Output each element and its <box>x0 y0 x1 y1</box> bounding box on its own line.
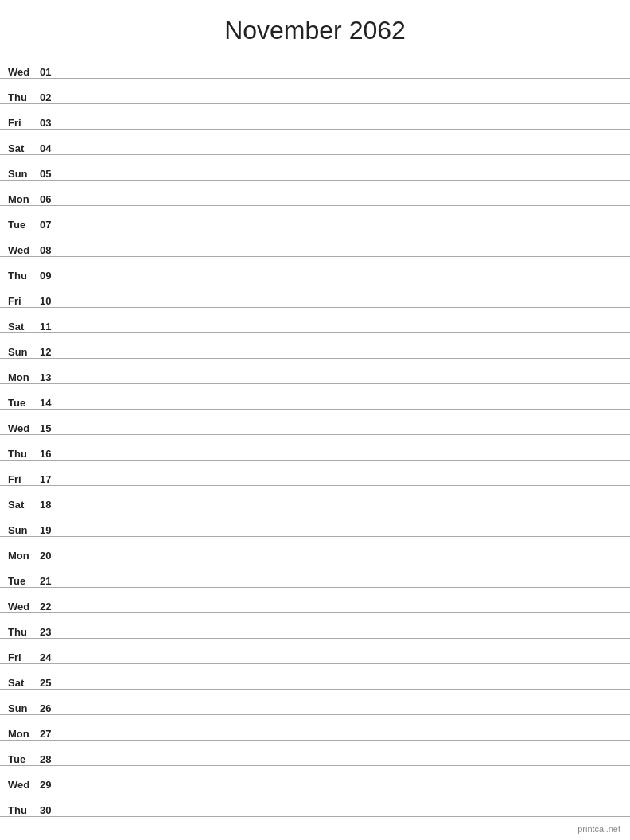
day-name: Mon <box>8 193 40 205</box>
day-row: Tue07 <box>0 206 630 231</box>
day-number: 03 <box>40 117 64 129</box>
day-number: 17 <box>40 473 64 485</box>
day-row: Mon20 <box>0 537 630 562</box>
day-line <box>64 510 622 511</box>
day-name: Wed <box>8 422 40 434</box>
day-row: Wed08 <box>0 231 630 257</box>
day-number: 20 <box>40 550 64 562</box>
day-line <box>64 688 622 689</box>
day-line <box>64 179 622 180</box>
day-name: Thu <box>8 270 40 282</box>
day-line <box>64 383 622 383</box>
day-number: 14 <box>40 397 64 409</box>
day-line <box>64 281 622 282</box>
day-line <box>64 739 622 740</box>
day-number: 27 <box>40 728 64 740</box>
day-row: Sun19 <box>0 511 630 537</box>
day-line <box>64 332 622 332</box>
day-line <box>64 459 622 460</box>
day-name: Sat <box>8 499 40 511</box>
day-row: Sat25 <box>0 664 630 690</box>
day-line <box>64 230 622 231</box>
day-number: 23 <box>40 626 64 638</box>
day-line <box>64 204 622 205</box>
day-name: Thu <box>8 91 40 103</box>
day-number: 02 <box>40 91 64 103</box>
day-line <box>64 586 622 587</box>
day-row: Sat11 <box>0 308 630 333</box>
day-line <box>64 408 622 409</box>
day-number: 28 <box>40 753 64 765</box>
day-line <box>64 306 622 307</box>
day-line <box>64 103 622 103</box>
day-line <box>64 77 622 78</box>
day-name: Thu <box>8 804 40 816</box>
day-name: Sat <box>8 142 40 154</box>
day-line <box>64 154 622 154</box>
day-row: Thu23 <box>0 613 630 639</box>
calendar-container: Wed01Thu02Fri03Sat04Sun05Mon06Tue07Wed08… <box>0 53 630 817</box>
day-row: Tue14 <box>0 384 630 410</box>
day-name: Fri <box>8 295 40 307</box>
day-row: Thu02 <box>0 79 630 104</box>
day-number: 29 <box>40 779 64 791</box>
day-number: 16 <box>40 448 64 460</box>
day-row: Wed15 <box>0 410 630 435</box>
day-name: Thu <box>8 448 40 460</box>
day-row: Sun12 <box>0 333 630 359</box>
day-row: Mon06 <box>0 181 630 206</box>
day-name: Fri <box>8 651 40 663</box>
day-line <box>64 612 622 612</box>
day-name: Sat <box>8 677 40 689</box>
day-number: 30 <box>40 804 64 816</box>
day-name: Sun <box>8 524 40 536</box>
day-name: Mon <box>8 371 40 383</box>
day-line <box>64 434 622 434</box>
day-line <box>64 663 622 663</box>
day-number: 21 <box>40 575 64 587</box>
day-name: Wed <box>8 601 40 612</box>
day-row: Thu30 <box>0 791 630 817</box>
day-line <box>64 764 622 765</box>
day-row: Mon13 <box>0 359 630 384</box>
day-row: Sun26 <box>0 690 630 715</box>
day-number: 26 <box>40 702 64 714</box>
day-row: Fri10 <box>0 282 630 308</box>
day-row: Wed01 <box>0 53 630 79</box>
day-line <box>64 128 622 129</box>
day-row: Thu09 <box>0 257 630 282</box>
watermark: printcal.net <box>578 824 620 834</box>
day-row: Fri24 <box>0 639 630 664</box>
day-row: Tue28 <box>0 741 630 766</box>
day-name: Tue <box>8 397 40 409</box>
day-row: Mon27 <box>0 715 630 741</box>
day-row: Wed22 <box>0 588 630 613</box>
day-row: Sat04 <box>0 130 630 155</box>
day-line <box>64 357 622 358</box>
day-name: Fri <box>8 117 40 129</box>
day-number: 06 <box>40 193 64 205</box>
day-row: Sun05 <box>0 155 630 181</box>
day-name: Tue <box>8 219 40 231</box>
day-name: Wed <box>8 66 40 78</box>
day-name: Tue <box>8 753 40 765</box>
day-name: Wed <box>8 244 40 256</box>
day-name: Wed <box>8 779 40 791</box>
day-line <box>64 637 622 638</box>
day-line <box>64 714 622 714</box>
day-number: 19 <box>40 524 64 536</box>
day-row: Tue21 <box>0 562 630 588</box>
day-row: Thu16 <box>0 435 630 461</box>
day-number: 05 <box>40 168 64 180</box>
day-number: 04 <box>40 142 64 154</box>
day-row: Wed29 <box>0 766 630 791</box>
day-row: Sat18 <box>0 486 630 511</box>
day-number: 15 <box>40 422 64 434</box>
day-number: 18 <box>40 499 64 511</box>
day-number: 13 <box>40 371 64 383</box>
day-number: 25 <box>40 677 64 689</box>
day-name: Sun <box>8 702 40 714</box>
day-name: Mon <box>8 550 40 562</box>
day-number: 09 <box>40 270 64 282</box>
day-name: Mon <box>8 728 40 740</box>
